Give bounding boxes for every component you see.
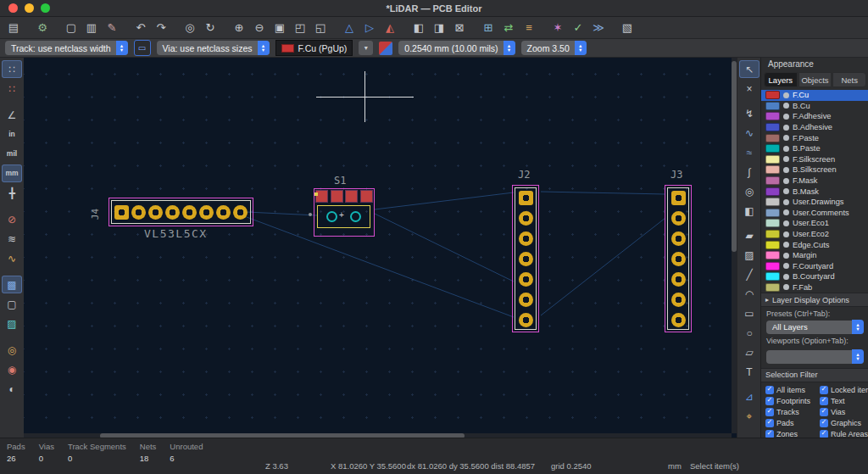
close-window-button[interactable] [8,3,18,13]
selection-filter-item[interactable]: Locked items [820,386,868,394]
zone-hide-display-button[interactable]: ▨ [2,315,22,332]
layer-color-swatch[interactable] [765,283,780,292]
page-settings-button[interactable]: ▢ [62,19,81,36]
layer-visibility-icon[interactable] [783,199,789,205]
footprint-s1[interactable]: + [314,188,375,237]
pad[interactable] [199,205,214,220]
layer-color-swatch[interactable] [765,251,780,259]
pad[interactable] [216,205,231,220]
layer-row[interactable]: F.Paste [761,132,868,143]
layer-visibility-icon[interactable] [783,284,789,290]
tab-layers[interactable]: Layers [764,72,798,87]
selection-filter-item[interactable]: Pads [765,419,818,427]
pad[interactable] [671,252,686,266]
layer-row[interactable]: F.Adhesive [761,111,868,122]
layer-color-swatch[interactable] [765,112,780,120]
update-pcb-from-schematic-button[interactable]: ⇄ [499,19,518,36]
layer-visibility-icon[interactable] [783,253,789,259]
viewer-3d-button[interactable]: ▧ [618,19,637,36]
layer-color-swatch[interactable] [765,91,780,99]
refresh-view-button[interactable]: ↻ [201,19,220,36]
footprint-ref-label[interactable]: J3 [670,169,682,181]
draw-arc-tool[interactable]: ◠ [739,285,760,303]
local-ratsnest-tool[interactable]: × [739,80,760,98]
layer-color-swatch[interactable] [765,102,780,110]
via-display-mode-button[interactable]: ◉ [2,360,22,378]
board-setup-button[interactable]: ⚙ [33,19,52,36]
net-names-display-toggle[interactable]: ∿ [2,249,22,267]
pad[interactable] [671,293,686,307]
footprint-j4[interactable] [108,198,253,226]
layer-visibility-icon[interactable] [783,188,789,194]
pad[interactable] [131,205,146,220]
via-size-dropdown[interactable]: Via: use netclass sizes ▲▼ [157,41,270,55]
layer-visibility-icon[interactable] [783,209,789,215]
draw-zone-tool[interactable]: ▰ [739,226,760,244]
pad-display-mode-button[interactable]: ◎ [2,341,22,359]
layer-visibility-icon[interactable] [783,274,789,280]
grid-visibility-toggle[interactable]: ∷ [2,60,22,78]
pad[interactable] [671,231,686,246]
zoom-out-button[interactable]: ⊖ [250,19,269,36]
pad[interactable] [233,205,248,220]
layer-color-swatch[interactable] [765,262,780,270]
pcb-canvas[interactable]: J4 VL53L5CX + S1 J2 J3 [24,58,737,438]
fullscreen-window-button[interactable] [41,3,50,13]
crosshair-style-toggle[interactable]: ╋ [2,184,22,202]
layer-row[interactable]: F.Fab [761,282,868,293]
pad[interactable] [671,272,686,287]
tune-length-tool[interactable]: ∫ [739,163,760,181]
pad[interactable] [671,211,686,226]
layer-row[interactable]: User.Drawings [761,197,868,208]
layer-row[interactable]: F.Mask [761,176,868,187]
selection-filter-item[interactable]: Text [820,397,868,405]
layer-row[interactable]: B.Cu [761,101,868,112]
footprint-j2[interactable] [512,185,539,332]
pad[interactable] [165,205,180,220]
drc-check-button[interactable]: ✓ [569,19,587,36]
zoom-to-selection-button[interactable]: ◱ [311,19,330,36]
route-diff-pair-tool[interactable]: ≈ [739,143,760,161]
draw-rule-area-tool[interactable]: ▨ [739,246,760,264]
layer-visibility-icon[interactable] [783,231,789,237]
layer-color-swatch[interactable] [765,198,780,206]
tab-nets[interactable]: Nets [832,72,866,87]
layer-color-swatch[interactable] [765,144,780,153]
layer-visibility-icon[interactable] [783,103,789,109]
layer-color-swatch[interactable] [765,230,780,238]
draw-polygon-tool[interactable]: ▱ [739,343,760,361]
pad[interactable] [346,191,357,202]
add-dimension-tool[interactable]: ⊿ [739,388,760,405]
layer-visibility-icon[interactable] [783,167,789,173]
draw-circle-tool[interactable]: ○ [739,324,760,342]
layer-color-swatch[interactable] [765,134,780,142]
polar-coordinates-toggle[interactable]: ∠ [2,106,22,124]
layer-row[interactable]: B.Courtyard [761,271,868,282]
pad[interactable] [519,211,533,226]
footprint-ref-label[interactable]: S1 [334,175,346,187]
curved-ratsnest-button[interactable]: ▷ [360,19,379,36]
layer-visibility-icon[interactable] [783,220,789,226]
layer-color-swatch[interactable] [765,187,780,196]
layer-row[interactable]: B.Adhesive [761,122,868,133]
footprint-value-label[interactable]: VL53L5CX [144,227,208,240]
pad[interactable] [519,231,533,246]
pad[interactable] [331,191,342,202]
pad[interactable] [519,293,533,307]
redo-button[interactable]: ↷ [152,19,170,36]
footprint-j3[interactable] [665,185,692,332]
mounting-hole[interactable] [326,211,337,222]
presets-dropdown[interactable]: All Layers ▲▼ [766,321,864,334]
auto-track-width-toggle[interactable]: ▭ [134,40,151,56]
layer-color-swatch[interactable] [765,165,780,174]
lock-toggle-button[interactable]: ⊠ [450,19,469,36]
zoom-in-button[interactable]: ⊕ [230,19,248,36]
pad[interactable] [519,313,533,327]
mounting-hole[interactable] [350,211,361,222]
add-via-tool[interactable]: ◎ [739,182,760,200]
pad[interactable] [361,191,372,202]
layer-row[interactable]: F.Cu [761,90,868,101]
selection-filter-item[interactable]: Graphics [820,419,868,427]
group-items-button[interactable]: ⊞ [479,19,498,36]
units-mm-button[interactable]: mm [2,165,22,182]
